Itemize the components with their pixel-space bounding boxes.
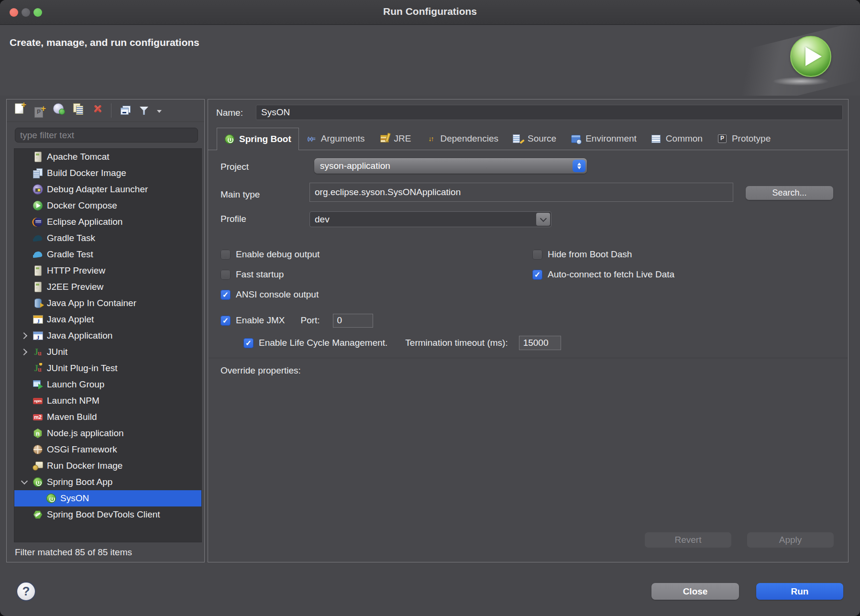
checkbox-row[interactable]: ANSI console output [221, 288, 320, 301]
checkbox-row[interactable]: Enable debug output [221, 248, 320, 261]
tree-item[interactable]: Java App In Container [14, 295, 201, 311]
run-button[interactable]: Run [756, 583, 843, 600]
new-prototype-button[interactable] [31, 104, 46, 121]
expander-icon[interactable] [16, 311, 33, 328]
checkbox[interactable] [532, 270, 542, 280]
tree-item[interactable]: Eclipse Application [14, 214, 201, 230]
checkbox-label: Enable debug output [236, 249, 320, 260]
expander-icon[interactable] [16, 246, 33, 263]
configuration-type-tree[interactable]: Apache Tomcat Build Docker Image Debug A… [14, 148, 202, 542]
checkbox-label: Fast startup [236, 269, 284, 280]
tree-item-label: Build Docker Image [47, 168, 126, 178]
checkbox[interactable] [221, 250, 231, 260]
tree-item[interactable]: Java Applet [14, 311, 201, 328]
expander-icon[interactable] [16, 165, 33, 181]
help-button[interactable]: ? [16, 582, 36, 601]
checkbox-row[interactable]: Fast startup [221, 268, 320, 281]
project-label: Project [221, 162, 249, 172]
expander-icon[interactable] [16, 458, 33, 474]
expander-icon[interactable] [16, 441, 33, 458]
j2ee-preview-icon [33, 282, 43, 292]
tab-jre[interactable]: JRE [372, 128, 419, 150]
delete-button[interactable] [90, 100, 105, 117]
tree-item[interactable]: Build Docker Image [14, 165, 201, 181]
apply-button[interactable]: Apply [747, 532, 834, 548]
revert-button[interactable]: Revert [645, 532, 731, 548]
filter-input[interactable] [15, 128, 198, 143]
tree-item[interactable]: Node.js application [14, 425, 201, 441]
new-configuration-button[interactable] [11, 100, 27, 117]
expander-icon[interactable] [16, 506, 33, 523]
checkbox-row[interactable]: Hide from Boot Dash [532, 248, 674, 261]
tab-arguments[interactable]: Arguments [299, 128, 372, 150]
expander-icon[interactable] [16, 490, 46, 506]
tab-dependencies[interactable]: Dependencies [418, 128, 505, 150]
tree-item[interactable]: Docker Compose [14, 198, 201, 214]
expander-icon[interactable] [16, 214, 33, 230]
checkbox[interactable] [532, 250, 542, 260]
combo-dropdown-icon[interactable] [536, 213, 550, 226]
termination-timeout-input[interactable] [519, 336, 561, 350]
search-button[interactable]: Search... [746, 186, 833, 200]
tree-item[interactable]: HTTP Preview [14, 263, 201, 279]
expander-icon[interactable] [16, 376, 33, 393]
tab-source[interactable]: Source [506, 128, 563, 150]
tree-item[interactable]: Launch NPM [14, 393, 201, 409]
checkbox[interactable] [221, 270, 231, 280]
tree-item[interactable]: Debug Adapter Launcher [14, 181, 201, 198]
duplicate-button[interactable] [70, 100, 86, 117]
expander-icon[interactable] [16, 344, 33, 360]
name-input[interactable] [256, 105, 843, 120]
expander-icon[interactable] [16, 425, 33, 441]
tab-common[interactable]: Common [644, 128, 710, 150]
expander-icon[interactable] [16, 230, 33, 246]
checkbox[interactable] [221, 290, 231, 300]
launch-npm-icon [33, 396, 43, 406]
project-select[interactable]: syson-application [314, 158, 587, 174]
tree-item[interactable]: OSGi Framework [14, 441, 201, 458]
close-button[interactable]: Close [651, 583, 739, 600]
tree-item[interactable]: Gradle Test [14, 246, 201, 263]
collapse-all-button[interactable] [117, 102, 132, 119]
port-input[interactable] [333, 314, 373, 328]
tree-item[interactable]: Java Application [14, 328, 201, 344]
expander-icon[interactable] [16, 474, 33, 490]
expander-icon[interactable] [16, 181, 33, 198]
expander-icon[interactable] [16, 393, 33, 409]
main-type-input[interactable] [309, 183, 733, 202]
filter-button[interactable] [136, 103, 152, 119]
tree-item[interactable]: J2EE Preview [14, 279, 201, 295]
tree-item[interactable]: Apache Tomcat [14, 149, 201, 165]
expander-icon[interactable] [16, 360, 33, 376]
expander-icon[interactable] [16, 409, 33, 425]
tree-item[interactable]: SysON [14, 490, 201, 506]
expander-icon[interactable] [16, 279, 33, 295]
export-configuration-button[interactable] [51, 100, 66, 117]
expander-icon[interactable] [16, 328, 33, 344]
filter-menu-caret-icon[interactable] [157, 110, 162, 115]
tree-item[interactable]: Launch Group [14, 376, 201, 393]
tree-item[interactable]: Run Docker Image [14, 458, 201, 474]
tree-item[interactable]: Gradle Task [14, 230, 201, 246]
tree-item[interactable]: JUnit Plug-in Test [14, 360, 201, 376]
tree-item[interactable]: Spring Boot App [14, 474, 201, 490]
tree-item-label: JUnit [47, 347, 67, 357]
checkbox-row[interactable]: Auto-connect to fetch Live Data [532, 268, 674, 281]
expander-icon[interactable] [16, 149, 33, 165]
profile-combo[interactable]: dev [309, 211, 551, 227]
expander-icon[interactable] [16, 198, 33, 214]
tab-spring-boot[interactable]: Spring Boot [217, 128, 299, 150]
docker-compose-icon [33, 200, 43, 211]
tab-label: JRE [394, 133, 411, 144]
expander-icon[interactable] [16, 263, 33, 279]
tree-item[interactable]: Maven Build [14, 409, 201, 425]
section-divider [209, 358, 848, 358]
tree-item[interactable]: Spring Boot DevTools Client [14, 506, 201, 523]
http-preview-icon [33, 265, 43, 276]
tab-prototype[interactable]: Prototype [710, 128, 778, 150]
expander-icon[interactable] [16, 295, 33, 311]
enable-jmx-checkbox[interactable] [221, 316, 231, 326]
lifecycle-checkbox[interactable] [243, 338, 254, 348]
tree-item[interactable]: JUnit [14, 344, 201, 360]
tab-environment[interactable]: Environment [563, 128, 644, 150]
